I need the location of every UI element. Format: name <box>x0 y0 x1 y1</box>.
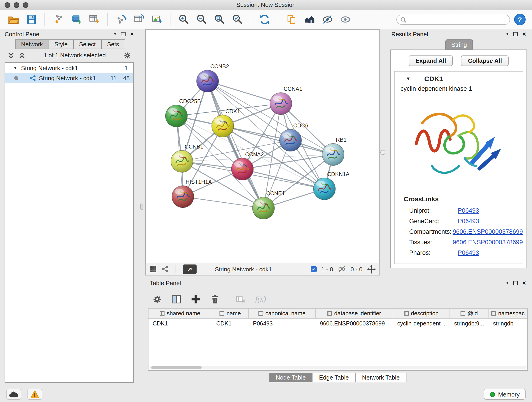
search-input[interactable] <box>409 16 503 23</box>
column-header-database-identifier[interactable]: database identifier <box>316 309 393 318</box>
network-node-CDKN1A[interactable]: CDKN1A <box>313 171 349 200</box>
zoom-out-button[interactable] <box>195 13 209 26</box>
window-close-button[interactable] <box>5 2 10 8</box>
help-button[interactable]: ? <box>514 14 526 25</box>
grid-view-icon[interactable] <box>149 265 157 273</box>
cell-shared-name[interactable]: CDK1 <box>148 319 212 328</box>
new-table-button[interactable] <box>132 13 146 26</box>
network-node-CDK1[interactable]: CDK1 <box>212 108 240 137</box>
network-edge[interactable] <box>208 81 264 208</box>
tab-edge-table[interactable]: Edge Table <box>312 373 356 382</box>
crosslink-link[interactable]: 9606.ENSP00000378699 <box>453 228 523 235</box>
apply-layout-button[interactable] <box>258 13 271 26</box>
panel-float-icon[interactable] <box>513 281 518 285</box>
crosslink-link[interactable]: P06493 <box>458 249 479 256</box>
export-image-button[interactable] <box>150 13 164 26</box>
crosslink-link[interactable]: P06493 <box>458 218 479 225</box>
cell-database-identifier[interactable]: 9606.ENSP00000378699 <box>316 319 393 328</box>
birdseye-navigator-button[interactable] <box>302 13 316 26</box>
window-zoom-button[interactable] <box>23 2 28 8</box>
network-canvas[interactable]: CCNB2CCNA1CDC25BCDK1CDC6RB1CCNB1CCNA2CDK… <box>145 29 380 263</box>
column-header-description[interactable]: description <box>393 309 450 318</box>
column-header-id[interactable]: @id <box>450 309 489 318</box>
panel-close-icon[interactable]: × <box>522 31 526 37</box>
node-label: CCNB2 <box>210 63 229 70</box>
panel-splitter-grip[interactable] <box>140 204 143 210</box>
selected-checkbox[interactable]: ✓ <box>311 266 317 272</box>
new-network-button[interactable] <box>114 13 128 26</box>
expand-all-button[interactable]: Expand All <box>409 56 453 66</box>
network-list-toolbar: 1 of 1 Network selected <box>3 49 136 61</box>
cell-id[interactable]: stringdb:9... <box>450 319 489 328</box>
save-session-button[interactable] <box>24 13 38 26</box>
show-all-button[interactable] <box>338 13 352 26</box>
cell-canonical-name[interactable]: P06493 <box>249 319 316 328</box>
zoom-selected-button[interactable] <box>230 13 244 26</box>
panel-menu-icon[interactable]: ▾ <box>506 281 509 285</box>
tab-style[interactable]: Style <box>48 39 74 49</box>
gear-icon[interactable] <box>152 295 162 304</box>
network-node-CCNA1[interactable]: CCNA1 <box>270 86 302 115</box>
duplicate-document-button[interactable] <box>285 13 298 26</box>
share-view-icon[interactable] <box>161 265 169 273</box>
gene-section-header[interactable]: ▼ CDK1 <box>394 71 523 85</box>
network-collection-row[interactable]: ▼ String Network - cdk1 1 <box>5 63 133 73</box>
window-minimize-button[interactable] <box>14 2 19 8</box>
panel-float-icon[interactable] <box>513 32 518 36</box>
panel-close-icon[interactable]: × <box>522 280 526 286</box>
cell-name[interactable]: CDK1 <box>212 319 249 328</box>
cell-namespace[interactable]: stringdb <box>489 319 527 328</box>
warnings-button[interactable] <box>27 389 42 400</box>
panel-float-icon[interactable] <box>121 32 126 36</box>
columns-icon[interactable] <box>172 295 181 304</box>
expander-icon[interactable]: ▼ <box>13 65 17 70</box>
hide-selected-button[interactable] <box>320 13 334 26</box>
collapse-all-icon[interactable] <box>7 51 15 59</box>
tab-network-table[interactable]: Network Table <box>355 373 406 382</box>
panel-menu-icon[interactable]: ▾ <box>114 32 116 36</box>
tab-sets[interactable]: Sets <box>101 39 125 49</box>
zoom-in-button[interactable] <box>177 13 191 26</box>
trash-icon[interactable] <box>210 295 220 304</box>
gear-icon[interactable] <box>124 51 131 59</box>
column-header-shared-name[interactable]: shared name <box>148 309 212 318</box>
tab-string[interactable]: String <box>445 39 473 50</box>
network-node-RB1[interactable]: RB1 <box>322 137 347 166</box>
panel-splitter-handle[interactable] <box>380 150 385 155</box>
scrollbar-thumb[interactable] <box>151 366 202 369</box>
collapse-all-button[interactable]: Collapse All <box>461 56 509 66</box>
memory-button[interactable]: Memory <box>484 389 526 400</box>
import-network-database-button[interactable] <box>69 13 83 26</box>
network-node-CDC25B[interactable]: CDC25B <box>165 98 201 127</box>
tab-select[interactable]: Select <box>73 39 101 49</box>
network-edge[interactable] <box>183 197 264 208</box>
panel-menu-icon[interactable]: ▾ <box>506 32 509 36</box>
add-icon[interactable] <box>191 295 200 304</box>
memory-status-icon <box>490 392 495 397</box>
network-edge[interactable] <box>208 81 281 104</box>
open-session-button[interactable] <box>6 13 20 26</box>
expand-all-icon[interactable] <box>18 51 26 59</box>
cloud-status-button[interactable] <box>6 389 21 400</box>
network-row-selected[interactable]: String Network - cdk1 11 48 <box>5 73 133 83</box>
tab-network[interactable]: Network <box>15 39 49 49</box>
cell-description[interactable]: cyclin-dependent ... <box>393 319 450 328</box>
network-node-HIST1H1A[interactable]: HIST1H1A <box>172 179 212 208</box>
import-network-file-button[interactable] <box>51 13 65 26</box>
column-header-name[interactable]: name <box>212 309 249 318</box>
panel-close-icon[interactable]: × <box>130 31 134 37</box>
network-node-CCNB2[interactable]: CCNB2 <box>196 63 229 92</box>
network-edge[interactable] <box>242 169 324 189</box>
column-header-canonical-name[interactable]: canonical name <box>249 309 316 318</box>
crosslink-link[interactable]: P06493 <box>458 207 479 214</box>
tab-node-table[interactable]: Node Table <box>269 373 312 382</box>
pan-move-icon[interactable] <box>367 265 376 274</box>
collapse-section-icon[interactable]: ▼ <box>406 76 411 81</box>
delete-table-icon-disabled <box>236 295 245 304</box>
crosslink-link[interactable]: 9606.ENSP00000378699 <box>453 239 523 246</box>
column-header-namespace[interactable]: namespac <box>489 309 527 318</box>
zoom-fit-icon <box>214 14 225 25</box>
zoom-fit-button[interactable] <box>213 13 226 26</box>
import-table-button[interactable] <box>87 13 101 26</box>
birdseye-toggle-button[interactable]: ↗ <box>183 264 196 274</box>
